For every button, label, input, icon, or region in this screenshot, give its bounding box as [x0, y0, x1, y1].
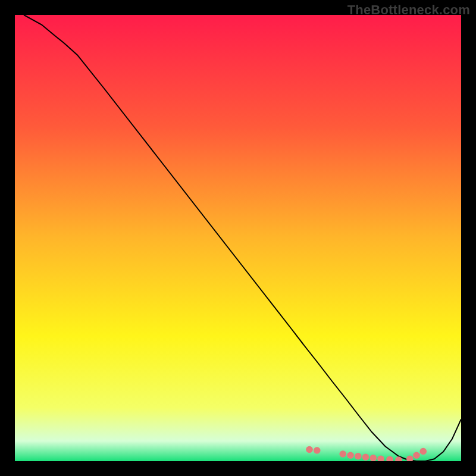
marker-dot — [419, 448, 427, 455]
marker-dot — [314, 447, 321, 454]
chart-svg — [15, 15, 461, 461]
chart-container: TheBottleneck.com — [0, 0, 476, 476]
marker-dot — [362, 453, 369, 461]
marker-dot — [339, 450, 346, 458]
marker-dot — [306, 446, 313, 453]
marker-dot — [355, 453, 362, 460]
watermark-text: TheBottleneck.com — [347, 2, 470, 18]
marker-dot — [347, 452, 354, 459]
marker-dot — [413, 452, 420, 459]
gradient-background — [15, 15, 461, 461]
